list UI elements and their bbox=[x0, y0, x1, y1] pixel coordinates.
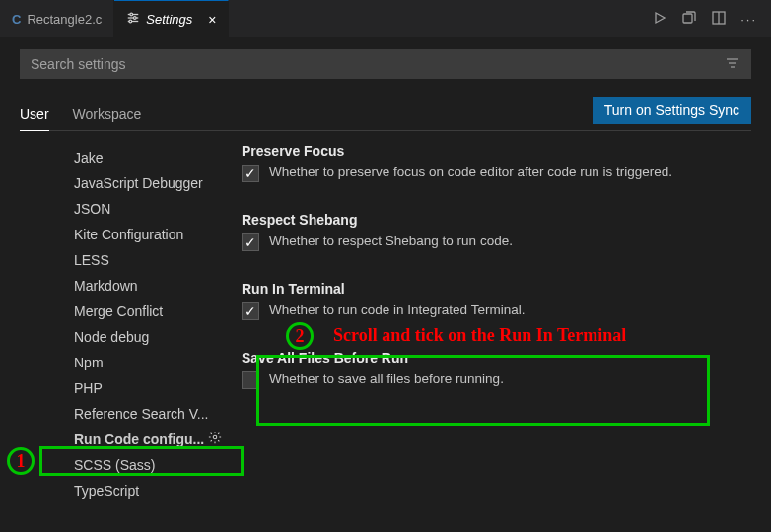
sidebar-item[interactable]: SCSS (Sass) bbox=[74, 452, 232, 478]
checkbox-preserve-focus[interactable] bbox=[242, 165, 259, 182]
scope-workspace[interactable]: Workspace bbox=[73, 106, 142, 130]
setting-preserve-focus: Preserve Focus Whether to preserve focus… bbox=[242, 143, 737, 182]
settings-sync-button[interactable]: Turn on Settings Sync bbox=[593, 97, 751, 124]
svg-rect-7 bbox=[683, 14, 692, 23]
setting-desc: Whether to respect Shebang to run code. bbox=[269, 232, 513, 251]
filter-icon[interactable] bbox=[725, 55, 740, 74]
settings-sidebar: Jake JavaScript Debugger JSON Kite Confi… bbox=[20, 143, 232, 532]
settings-search[interactable] bbox=[20, 49, 751, 79]
sidebar-item[interactable]: PHP bbox=[74, 375, 232, 401]
sidebar-item[interactable]: Markdown bbox=[74, 273, 232, 299]
sidebar-item[interactable]: Npm bbox=[74, 350, 232, 375]
sidebar-item[interactable]: Reference Search V... bbox=[74, 401, 232, 427]
sidebar-item[interactable]: JavaScript Debugger bbox=[74, 170, 232, 196]
setting-desc: Whether to run code in Integrated Termin… bbox=[269, 300, 525, 320]
tab-label: Settings bbox=[146, 12, 192, 27]
setting-title: Preserve Focus bbox=[242, 143, 737, 159]
sliders-icon bbox=[126, 11, 140, 28]
c-lang-icon: C bbox=[12, 12, 21, 27]
sidebar-item-run-code-config[interactable]: Run Code configu... bbox=[74, 427, 232, 452]
checkbox-respect-shebang[interactable] bbox=[242, 233, 259, 251]
svg-point-1 bbox=[130, 13, 133, 16]
setting-run-in-terminal: Run In Terminal Whether to run code in I… bbox=[232, 281, 737, 320]
checkbox-save-all[interactable] bbox=[242, 371, 259, 389]
more-icon[interactable]: ··· bbox=[740, 12, 757, 27]
svg-marker-6 bbox=[656, 13, 665, 23]
run-icon[interactable] bbox=[652, 10, 667, 29]
sidebar-item[interactable]: Kite Configuration bbox=[74, 222, 232, 247]
setting-respect-shebang: Respect Shebang Whether to respect Sheba… bbox=[242, 212, 737, 251]
setting-save-all-before-run: Save All Files Before Run Whether to sav… bbox=[242, 350, 737, 389]
svg-point-13 bbox=[213, 435, 217, 439]
editor-tabbar: C Rectangle2.c Settings × ··· bbox=[0, 0, 771, 37]
sidebar-item[interactable]: JSON bbox=[74, 196, 232, 222]
setting-title: Run In Terminal bbox=[242, 281, 737, 297]
svg-point-3 bbox=[134, 17, 137, 20]
setting-title: Save All Files Before Run bbox=[242, 350, 737, 366]
sidebar-item[interactable]: TypeScript bbox=[74, 478, 232, 503]
search-input[interactable] bbox=[31, 56, 725, 72]
gear-icon[interactable] bbox=[208, 428, 222, 451]
sidebar-item[interactable]: Merge Conflict bbox=[74, 299, 232, 324]
close-icon[interactable]: × bbox=[208, 12, 216, 28]
tab-label: Rectangle2.c bbox=[27, 12, 102, 27]
sidebar-item[interactable]: LESS bbox=[74, 247, 232, 273]
settings-scope-row: User Workspace Turn on Settings Sync bbox=[20, 97, 751, 131]
settings-main: Preserve Focus Whether to preserve focus… bbox=[232, 143, 751, 532]
sidebar-item-label: Run Code configu... bbox=[74, 428, 204, 451]
sidebar-item[interactable]: Jake bbox=[74, 145, 232, 170]
tab-file-rectangle2[interactable]: C Rectangle2.c bbox=[0, 0, 114, 37]
setting-title: Respect Shebang bbox=[242, 212, 737, 228]
setting-desc: Whether to save all files before running… bbox=[269, 369, 504, 389]
scope-user[interactable]: User bbox=[20, 106, 49, 131]
sidebar-item[interactable]: Node debug bbox=[74, 324, 232, 350]
setting-desc: Whether to preserve focus on code editor… bbox=[269, 163, 672, 182]
open-changes-icon[interactable] bbox=[681, 10, 697, 29]
svg-point-5 bbox=[129, 20, 132, 23]
checkbox-run-in-terminal[interactable] bbox=[242, 302, 259, 320]
tabbar-actions: ··· bbox=[652, 10, 771, 29]
split-editor-icon[interactable] bbox=[711, 10, 727, 29]
tab-settings[interactable]: Settings × bbox=[114, 0, 229, 37]
